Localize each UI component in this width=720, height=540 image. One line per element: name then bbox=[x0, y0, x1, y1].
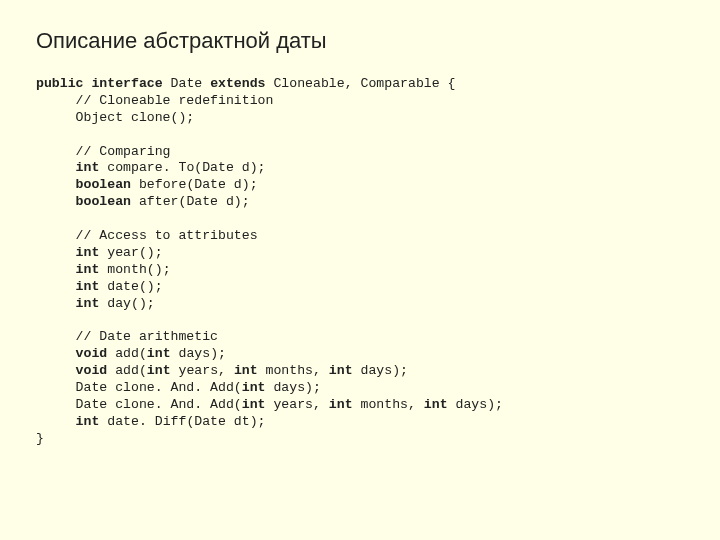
kw-public: public bbox=[36, 76, 83, 91]
code-text: Date clone. And. Add( bbox=[36, 380, 242, 395]
code-line: // Cloneable redefinition bbox=[36, 93, 273, 108]
code-indent bbox=[36, 296, 76, 311]
kw-int: int bbox=[76, 296, 100, 311]
slide: Описание абстрактной даты public interfa… bbox=[0, 0, 720, 540]
kw-int: int bbox=[329, 397, 353, 412]
code-text: months, bbox=[353, 397, 424, 412]
kw-int: int bbox=[76, 245, 100, 260]
kw-int: int bbox=[234, 363, 258, 378]
code-text: days); bbox=[448, 397, 503, 412]
code-text: day(); bbox=[99, 296, 154, 311]
code-text: years, bbox=[266, 397, 329, 412]
kw-int: int bbox=[76, 414, 100, 429]
kw-int: int bbox=[147, 363, 171, 378]
kw-int: int bbox=[76, 262, 100, 277]
code-text: after(Date d); bbox=[131, 194, 250, 209]
code-line: // Access to attributes bbox=[36, 228, 258, 243]
kw-int: int bbox=[329, 363, 353, 378]
code-text: days); bbox=[171, 346, 226, 361]
code-block: public interface Date extends Cloneable,… bbox=[36, 76, 684, 448]
code-text: month(); bbox=[99, 262, 170, 277]
kw-int: int bbox=[76, 279, 100, 294]
kw-extends: extends bbox=[210, 76, 265, 91]
kw-void: void bbox=[76, 346, 108, 361]
code-text: Date clone. And. Add( bbox=[36, 397, 242, 412]
code-text: Date bbox=[163, 76, 210, 91]
code-text: years, bbox=[171, 363, 234, 378]
code-text: before(Date d); bbox=[131, 177, 258, 192]
kw-int: int bbox=[242, 380, 266, 395]
code-indent bbox=[36, 160, 76, 175]
kw-int: int bbox=[424, 397, 448, 412]
code-indent bbox=[36, 346, 76, 361]
code-text: year(); bbox=[99, 245, 162, 260]
kw-boolean: boolean bbox=[76, 177, 131, 192]
code-line: // Date arithmetic bbox=[36, 329, 218, 344]
code-indent bbox=[36, 262, 76, 277]
kw-int: int bbox=[147, 346, 171, 361]
code-indent bbox=[36, 363, 76, 378]
code-indent bbox=[36, 414, 76, 429]
code-text: Cloneable, Comparable { bbox=[266, 76, 456, 91]
code-text: add( bbox=[107, 363, 147, 378]
code-line: // Comparing bbox=[36, 144, 171, 159]
code-text: days); bbox=[353, 363, 408, 378]
code-text: add( bbox=[107, 346, 147, 361]
kw-interface: interface bbox=[91, 76, 162, 91]
kw-void: void bbox=[76, 363, 108, 378]
code-text: date. Diff(Date dt); bbox=[99, 414, 265, 429]
code-text: days); bbox=[266, 380, 321, 395]
code-line: } bbox=[36, 431, 44, 446]
kw-boolean: boolean bbox=[76, 194, 131, 209]
code-indent bbox=[36, 194, 76, 209]
kw-int: int bbox=[76, 160, 100, 175]
code-line: Object clone(); bbox=[36, 110, 194, 125]
code-indent bbox=[36, 279, 76, 294]
code-indent bbox=[36, 177, 76, 192]
code-text: date(); bbox=[99, 279, 162, 294]
code-text: months, bbox=[258, 363, 329, 378]
slide-title: Описание абстрактной даты bbox=[36, 28, 684, 54]
kw-int: int bbox=[242, 397, 266, 412]
code-text: compare. To(Date d); bbox=[99, 160, 265, 175]
code-indent bbox=[36, 245, 76, 260]
